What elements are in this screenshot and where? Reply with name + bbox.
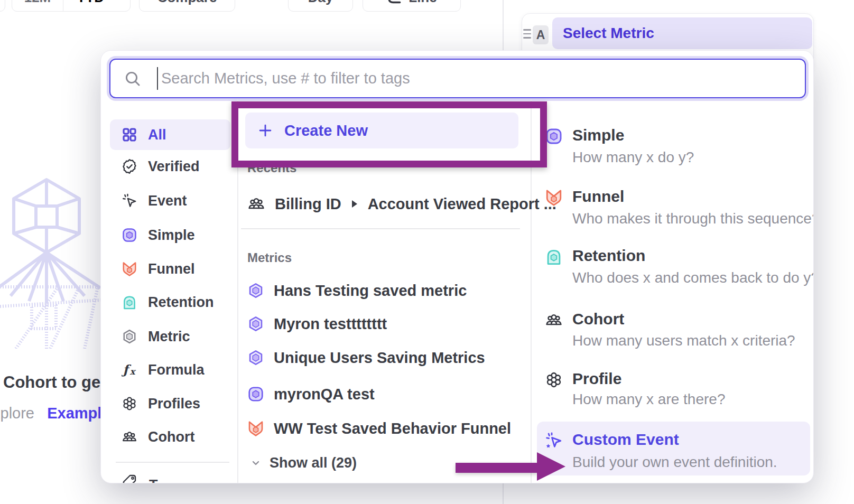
metric-list-item[interactable]: Unique Users Saving Metrics [247,343,485,372]
funnel-icon [545,189,563,207]
type-cohort[interactable]: Cohort [572,310,624,328]
profiles-flower-icon [122,396,137,412]
sidebar-item-funnel[interactable]: Funnel [110,254,230,284]
breadcrumb-arrow-icon [352,200,357,208]
line-chart-type-button[interactable]: Line [363,0,461,12]
simple-metric-icon [122,227,137,243]
wireframe-art [0,174,100,349]
metric-item-label: Hans Testing saved metric [274,282,467,300]
show-all-toggle[interactable]: Show all (29) [249,451,357,474]
profiles-flower-icon [545,371,563,389]
sidebar-item-label: Cohort [148,429,194,445]
saved-metric-hexagon-icon [247,349,264,366]
type-retention[interactable]: Retention [572,247,645,265]
annotation-rectangle [231,101,547,167]
simple-metric-icon [247,386,264,403]
empty-state-heading: Cohort to ge [3,373,100,392]
range-ytd-button[interactable]: YTD [63,0,130,11]
type-cohort-desc: How many users match x criteria? [572,332,795,349]
metric-picker-screen: 12M YTD Compare Day Line A Select Metric [0,0,854,504]
verified-seal-icon [122,158,137,174]
recent-item-event-name: Account Viewed Report ... [368,195,556,213]
simple-metric-icon [545,127,563,145]
sidebar-item-retention[interactable]: Retention [110,287,230,318]
sidebar-item-label: All [148,127,166,143]
cohort-people-icon [122,429,137,445]
series-a-badge: A [533,25,549,44]
svg-text:x: x [130,367,136,377]
type-profile[interactable]: Profile [572,370,621,388]
metric-list-item[interactable]: Hans Testing saved metric [247,276,467,305]
tag-icon [122,473,137,483]
search-input[interactable] [109,59,806,98]
select-metric-pill[interactable]: Select Metric [552,17,812,49]
sidebar-item-label: Formula [148,362,205,378]
empty-state-explore-text: xplore Example [0,405,110,422]
saved-metric-hexagon-icon [247,282,264,299]
range-12m-button[interactable]: 12M [12,0,63,11]
explore-prefix: xplore [0,405,34,422]
range-12m-label: 12M [24,0,51,6]
metric-list-item[interactable]: myronQA test [247,379,375,409]
chevron-down-icon [108,0,117,2]
cohort-people-icon [545,311,563,329]
sidebar-item-simple[interactable]: Simple [110,220,230,250]
sidebar-item-label: T [149,473,158,483]
sidebar-item-event[interactable]: Event [110,185,230,216]
metric-item-label: myronQA test [274,386,375,403]
sidebar-item-cohort[interactable]: Cohort [110,422,230,452]
funnel-icon [122,261,137,277]
sidebar-section-divider [116,462,229,463]
select-metric-label: Select Metric [563,25,654,42]
sidebar-item-all[interactable]: All [110,119,230,150]
clipped-left-button[interactable] [0,0,5,12]
funnel-icon [247,420,264,437]
metric-hexagon-icon [122,329,137,344]
sidebar-item-label: Event [148,193,187,209]
sidebar-item-label: Profiles [148,396,200,412]
line-chart-icon [386,0,402,5]
sidebar-item-formula[interactable]: ƒ x Formula [110,354,230,385]
sidebar-item-metric[interactable]: Metric [110,321,230,352]
text-caret [157,67,158,90]
metric-list-item[interactable]: Myron testttttttt [247,309,387,339]
retention-icon [545,248,563,266]
sidebar-item-partial[interactable]: T [122,473,158,483]
show-all-label: Show all (29) [270,455,357,471]
metric-item-label: Unique Users Saving Metrics [274,349,485,367]
metric-item-label: WW Test Saved Behavior Funnel [274,420,511,437]
type-funnel-desc: Who makes it through this sequence? [572,210,814,227]
sidebar-item-label: Retention [148,294,214,311]
sidebar-item-verified[interactable]: Verified [110,151,230,182]
search-icon [124,70,141,87]
recent-item-cohort-name: Billing ID [275,195,341,213]
metrics-section-title: Metrics [247,250,292,265]
type-simple[interactable]: Simple [572,126,624,144]
drag-handle-icon[interactable] [523,29,531,41]
type-simple-desc: How many x do y? [572,149,694,166]
sidebar-item-label: Metric [148,329,190,345]
sidebar-item-label: Verified [148,158,200,175]
line-label: Line [409,0,437,6]
date-range-segmented-control: 12M YTD [12,0,131,12]
type-custom-event[interactable]: Custom Event [572,431,679,449]
compare-label: Compare [157,0,217,6]
compare-button[interactable]: Compare [139,0,235,12]
series-a-label: A [536,28,545,42]
annotation-arrow [456,463,538,473]
saved-metric-hexagon-icon [247,315,264,332]
sidebar-item-profiles[interactable]: Profiles [110,388,230,419]
grid-icon [122,127,137,143]
retention-icon [122,294,137,310]
metric-item-label: Myron testttttttt [274,315,387,333]
metric-list-item[interactable]: WW Test Saved Behavior Funnel [247,414,511,443]
recents-divider [241,228,520,229]
type-custom-event-desc: Build your own event definition. [572,454,777,471]
event-cursor-icon [122,193,137,209]
recent-item-billing-id[interactable]: Billing ID Account Viewed Report ... [247,189,556,219]
formula-fx-icon: ƒ x [122,362,137,378]
type-funnel[interactable]: Funnel [572,188,624,206]
chevron-down-icon [249,456,262,469]
type-profile-desc: How many x are there? [572,391,725,408]
day-granularity-button[interactable]: Day [288,0,353,12]
